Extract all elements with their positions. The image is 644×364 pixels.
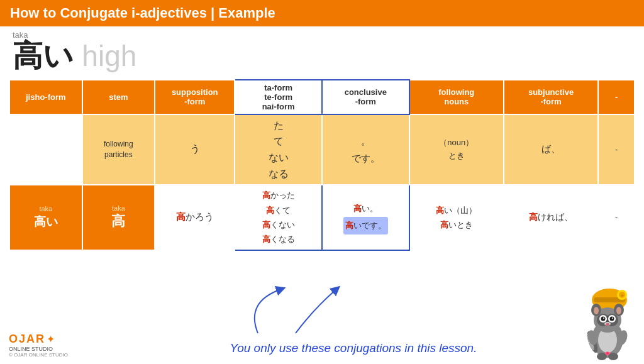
svg-point-28 <box>597 353 607 360</box>
svg-point-17 <box>606 323 609 326</box>
th-taform: ta-formte-formnai-form <box>235 80 322 114</box>
copyright: © OJAR ONLINE STUDIO <box>9 352 68 358</box>
bottom-section: OJAR ✦ ONLINE STUDIO © OJAR ONLINE STUDI… <box>0 333 644 358</box>
th-stem: stem <box>82 80 155 114</box>
td-particles-stem: followingparticles <box>82 114 155 185</box>
svg-point-21 <box>616 307 621 314</box>
conjugation-table: jisho-form stem supposition-form ta-form… <box>9 79 635 251</box>
mascot: ✦ <box>575 282 638 364</box>
td-takai-conclusive: 高い。 高いです。 <box>322 185 409 250</box>
logo-area: OJAR ✦ ONLINE STUDIO © OJAR ONLINE STUDI… <box>9 333 72 358</box>
svg-text:✦: ✦ <box>620 293 625 299</box>
conjugation-table-wrapper: jisho-form stem supposition-form ta-form… <box>0 75 644 251</box>
td-particles-jisho <box>9 114 82 185</box>
word-section: taka 高い high <box>0 26 644 75</box>
td-takai-dash: - <box>598 185 635 250</box>
td-takai-taform: 高かった 高くて 高くない 高くなる <box>235 185 322 250</box>
svg-point-25 <box>606 352 609 355</box>
td-particles-subjunctive: ば、 <box>504 114 598 185</box>
td-takai-supposition: 高かろう <box>155 185 235 250</box>
table-row-particles: followingparticles う たてないなる 。です。 （noun）と… <box>9 114 635 185</box>
svg-point-29 <box>608 353 618 360</box>
header-title: How to Conjugate i-adjectives | Example <box>10 5 275 21</box>
word-meaning: high <box>82 40 136 72</box>
th-jisho: jisho-form <box>9 80 82 114</box>
th-supposition: supposition-form <box>155 80 235 114</box>
th-conclusive: conclusive-form <box>322 80 409 114</box>
logo-text: OJAR ✦ <box>9 333 55 346</box>
td-takai-stem: taka 高 <box>82 185 155 250</box>
th-subjunctive: subjunctive-form <box>504 80 598 114</box>
td-particles-following: （noun）とき <box>409 114 504 185</box>
td-takai-following: 高い（山） 高いとき <box>409 185 504 250</box>
svg-point-20 <box>594 307 599 314</box>
svg-point-12 <box>601 317 606 321</box>
td-particles-conclusive: 。です。 <box>322 114 409 185</box>
td-takai-subjunctive: 高ければ、 <box>504 185 598 250</box>
word-reading: taka <box>13 30 631 40</box>
td-particles-dash: - <box>598 114 635 185</box>
page-header: How to Conjugate i-adjectives | Example <box>0 0 644 26</box>
table-header-row: jisho-form stem supposition-form ta-form… <box>9 80 635 114</box>
svg-point-13 <box>610 317 614 321</box>
logo-subtitle: ONLINE STUDIO <box>9 346 53 352</box>
svg-point-15 <box>612 317 613 319</box>
th-dash: - <box>598 80 635 114</box>
td-particles-taform: たてないなる <box>235 114 322 185</box>
word-japanese: 高い <box>13 39 74 72</box>
lesson-note: You only use these conjugations in this … <box>72 341 635 358</box>
logo-star-icon: ✦ <box>47 333 55 345</box>
table-row-takai: taka 高い taka 高 高かろう 高かった 高くて 高くない 高くなる <box>9 185 635 250</box>
word-display: 高い high <box>13 40 631 73</box>
svg-point-14 <box>603 317 604 319</box>
th-following: followingnouns <box>409 80 504 114</box>
td-takai-jisho: taka 高い <box>9 185 82 250</box>
logo-name: OJAR <box>9 333 45 346</box>
td-particles-supposition: う <box>155 114 235 185</box>
